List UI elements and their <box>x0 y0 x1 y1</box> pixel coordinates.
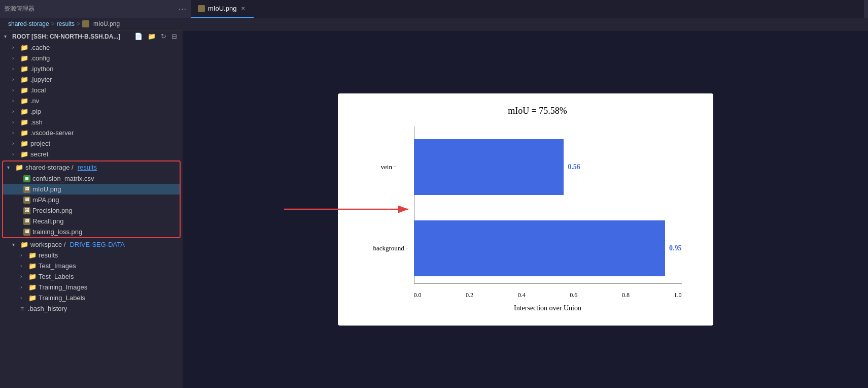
sidebar-item-nv[interactable]: › 📁 .nv <box>0 95 183 106</box>
workspace-label: workspace / <box>30 241 65 248</box>
test-labels-label: Test_Labels <box>39 273 74 280</box>
x-axis-title: Intersection over Union <box>414 304 682 312</box>
sidebar: ▾ ROOT [SSH: CN-NORTH-B.SSH.DA...] 📄 📁 ↻… <box>0 30 183 388</box>
ssh-folder-icon: 📁 <box>20 118 28 126</box>
nv-chevron-icon: › <box>12 98 18 104</box>
x-axis-labels: 0.0 0.2 0.4 0.6 0.8 1.0 <box>414 292 682 299</box>
results-link-label[interactable]: results <box>78 164 97 171</box>
sidebar-item-mpa-png[interactable]: 🖼 mPA.png <box>3 195 180 205</box>
x-label-4: 0.8 <box>622 292 630 299</box>
sidebar-root-label: ROOT [SSH: CN-NORTH-B.SSH.DA...] <box>12 33 120 40</box>
explorer-label: 资源管理器 <box>4 5 34 13</box>
root-chevron-icon: ▾ <box>4 34 10 39</box>
vein-tick <box>394 167 396 168</box>
breadcrumb-shared-storage[interactable]: shared-storage <box>8 20 49 27</box>
chart-plot-area: vein 0.56 background 0.95 <box>414 126 682 309</box>
new-file-icon[interactable]: 📄 <box>134 33 143 40</box>
sidebar-item-precision-png[interactable]: 🖼 Precision.png <box>3 205 180 216</box>
pip-chevron-icon: › <box>12 109 18 114</box>
chart-title: mIoU = 75.58% <box>378 106 697 116</box>
jupyter-chevron-icon: › <box>12 77 18 82</box>
sidebar-item-ssh[interactable]: › 📁 .ssh <box>0 117 183 127</box>
main-layout: ▾ ROOT [SSH: CN-NORTH-B.SSH.DA...] 📄 📁 ↻… <box>0 30 868 388</box>
sidebar-item-confusion-matrix[interactable]: ▦ confusion_matrix.csv <box>3 173 180 184</box>
mpa-label: mPA.png <box>32 196 59 204</box>
secret-folder-icon: 📁 <box>20 150 28 158</box>
ipython-chevron-icon: › <box>12 66 18 72</box>
config-label: .config <box>30 54 50 62</box>
sidebar-item-shared-storage[interactable]: ▾ 📁 shared-storage / results <box>3 161 180 173</box>
ws-results-label: results <box>39 251 58 259</box>
sidebar-item-jupyter[interactable]: › 📁 .jupyter <box>0 74 183 85</box>
title-bar: 资源管理器 ··· mIoU.png ✕ <box>0 0 868 18</box>
ws-results-folder: 📁 <box>28 251 37 259</box>
png-icon-recall: 🖼 <box>23 218 30 225</box>
png-icon-miou: 🖼 <box>23 186 30 193</box>
more-icon[interactable]: ··· <box>179 5 187 14</box>
ws-results-chevron: › <box>20 252 26 258</box>
sidebar-item-training-images[interactable]: › 📁 Training_Images <box>0 282 183 293</box>
local-folder-icon: 📁 <box>20 86 28 94</box>
ipython-label: .ipython <box>30 65 54 73</box>
local-label: .local <box>30 86 46 94</box>
training-loss-label: training_loss.png <box>32 228 82 236</box>
test-images-folder: 📁 <box>28 262 37 270</box>
tab-miou[interactable]: mIoU.png ✕ <box>191 0 254 18</box>
collapse-icon[interactable]: ⊟ <box>171 33 177 40</box>
sidebar-item-bash-history[interactable]: ≡ .bash_history <box>0 303 183 314</box>
secret-chevron-icon: › <box>12 151 18 157</box>
cache-folder-icon: 📁 <box>20 44 28 51</box>
local-chevron-icon: › <box>12 87 18 93</box>
sidebar-root[interactable]: ▾ ROOT [SSH: CN-NORTH-B.SSH.DA...] 📄 📁 ↻… <box>0 30 183 42</box>
nv-folder-icon: 📁 <box>20 97 28 105</box>
sidebar-item-test-images[interactable]: › 📁 Test_Images <box>0 261 183 271</box>
shared-storage-folder-icon: 📁 <box>15 164 23 171</box>
bg-bar-value: 0.95 <box>669 244 682 252</box>
sidebar-item-training-loss-png[interactable]: 🖼 training_loss.png <box>3 227 180 237</box>
breadcrumb-sep1: > <box>51 20 55 27</box>
sidebar-item-local[interactable]: › 📁 .local <box>0 85 183 95</box>
vscode-label: .vscode-server <box>30 129 74 137</box>
sidebar-item-cache[interactable]: › 📁 .cache <box>0 42 183 53</box>
workspace-folder-icon: 📁 <box>20 241 28 248</box>
tab-file-icon <box>198 5 205 12</box>
sidebar-item-workspace[interactable]: ▾ 📁 workspace / DRIVE-SEG-DATA <box>0 239 183 250</box>
jupyter-folder-icon: 📁 <box>20 76 28 83</box>
sidebar-item-config[interactable]: › 📁 .config <box>0 53 183 63</box>
breadcrumb-current: mIoU.png <box>93 20 120 27</box>
vein-y-label: vein <box>381 163 396 171</box>
sidebar-item-project[interactable]: › 📁 project <box>0 138 183 149</box>
config-folder-icon: 📁 <box>20 54 28 62</box>
nv-label: .nv <box>30 97 39 105</box>
bash-history-label: .bash_history <box>28 305 67 312</box>
sidebar-item-secret[interactable]: › 📁 secret <box>0 149 183 159</box>
sidebar-item-training-labels[interactable]: › 📁 Training_Labels <box>0 293 183 303</box>
breadcrumb-sep2: > <box>77 20 80 27</box>
refresh-icon[interactable]: ↻ <box>161 33 166 40</box>
config-chevron-icon: › <box>12 55 18 61</box>
tab-bar: mIoU.png ✕ <box>191 0 864 18</box>
tab-close-button[interactable]: ✕ <box>239 5 247 12</box>
vein-bar <box>414 139 564 195</box>
precision-label: Precision.png <box>32 207 73 214</box>
test-images-chevron: › <box>20 263 26 269</box>
test-labels-chevron: › <box>20 274 26 279</box>
breadcrumb-results[interactable]: results <box>57 20 75 27</box>
sidebar-item-miou-png[interactable]: 🖼 mIoU.png <box>3 184 180 195</box>
ssh-chevron-icon: › <box>12 119 18 125</box>
pip-folder-icon: 📁 <box>20 108 28 115</box>
x-label-0: 0.0 <box>414 292 422 299</box>
secret-label: secret <box>30 150 48 158</box>
background-y-label: background <box>373 244 408 252</box>
confusion-matrix-label: confusion_matrix.csv <box>32 175 94 182</box>
sidebar-item-test-labels[interactable]: › 📁 Test_Labels <box>0 271 183 282</box>
sidebar-item-pip[interactable]: › 📁 .pip <box>0 106 183 117</box>
jupyter-label: .jupyter <box>30 76 52 83</box>
sidebar-item-ipython[interactable]: › 📁 .ipython <box>0 63 183 74</box>
sidebar-item-workspace-results[interactable]: › 📁 results <box>0 250 183 261</box>
sidebar-item-vscode-server[interactable]: › 📁 .vscode-server <box>0 127 183 138</box>
sidebar-item-recall-png[interactable]: 🖼 Recall.png <box>3 216 180 227</box>
new-folder-icon[interactable]: 📁 <box>148 33 156 40</box>
tab-label: mIoU.png <box>208 5 236 12</box>
workspace-link-label: DRIVE-SEG-DATA <box>70 241 125 248</box>
